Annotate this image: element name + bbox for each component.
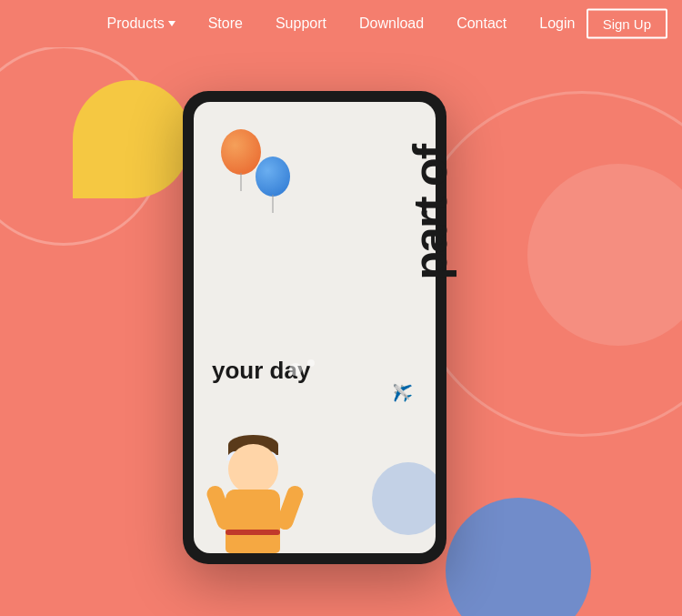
char-body	[226, 490, 280, 553]
bg-circle-right-large	[409, 91, 682, 437]
device-screen: your day ✈️	[194, 102, 436, 553]
screen-circle-br	[372, 462, 436, 535]
bubble-1	[289, 363, 302, 376]
bubble-2	[307, 359, 315, 367]
yellow-shape	[73, 80, 191, 198]
device-frame: your day ✈️	[183, 91, 446, 564]
char-stripe	[226, 530, 280, 535]
character	[203, 408, 312, 553]
nav-products-label: Products	[107, 15, 165, 32]
chevron-down-icon	[168, 21, 176, 26]
nav-login[interactable]: Login	[539, 15, 575, 32]
bg-circle-bottom-right	[446, 498, 591, 616]
signup-button[interactable]: Sign Up	[587, 9, 667, 39]
nav-products[interactable]: Products	[107, 15, 176, 32]
device-mockup: your day ✈️ part of	[183, 91, 446, 564]
nav-download[interactable]: Download	[359, 15, 424, 32]
navbar: Products Store Support Download Contact …	[0, 0, 682, 47]
airplane-icon: ✈️	[393, 383, 413, 403]
char-head	[228, 444, 278, 494]
nav-store[interactable]: Store	[208, 15, 243, 32]
balloon-blue	[256, 157, 290, 197]
nav-contact[interactable]: Contact	[456, 15, 506, 32]
balloon-orange	[221, 129, 261, 175]
bg-circle-top-left-outer	[0, 45, 164, 246]
bg-circle-right-medium	[527, 164, 682, 346]
nav-support[interactable]: Support	[276, 15, 326, 32]
